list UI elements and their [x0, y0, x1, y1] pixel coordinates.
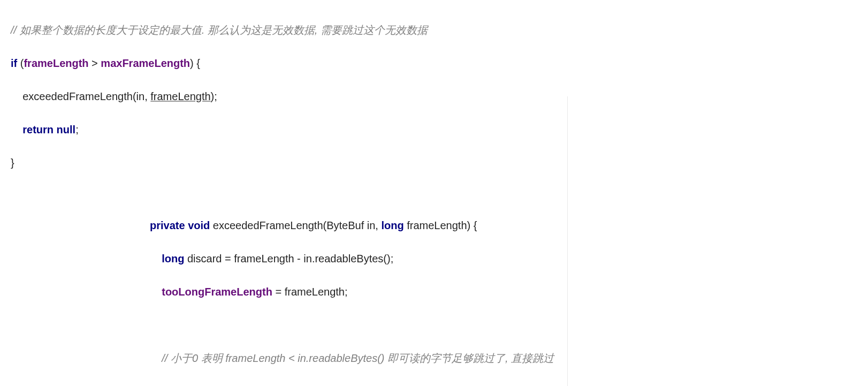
code-text: ;	[75, 124, 79, 135]
code-text: }	[11, 157, 14, 169]
code-text: frameLength) {	[404, 220, 477, 231]
keyword-if: if	[11, 57, 17, 69]
code-text: );	[211, 90, 217, 102]
code-text: (	[17, 57, 24, 69]
code-text: exceededFrameLength(in,	[11, 90, 150, 102]
code-text: >	[89, 57, 101, 69]
field-maxFrameLength: maxFrameLength	[101, 57, 190, 69]
comment-text: // 如果整个数据的长度大于设定的最大值. 那么认为这是无效数据, 需要跳过这个…	[11, 24, 428, 36]
blank-line	[150, 319, 153, 331]
code-block-1: // 如果整个数据的长度大于设定的最大值. 那么认为这是无效数据, 需要跳过这个…	[11, 5, 857, 188]
code-text: ) {	[190, 57, 200, 69]
field-tooLongFrameLength: tooLongFrameLength	[150, 286, 272, 298]
method-name: exceededFrameLength(ByteBuf in,	[210, 220, 381, 231]
keyword-private-void: private void	[150, 220, 210, 231]
keyword-return-null: return null	[11, 124, 75, 135]
underlined-arg: frameLength	[150, 90, 210, 102]
keyword-long: long	[150, 253, 184, 264]
code-text: discard = frameLength - in.readableBytes…	[184, 253, 393, 264]
code-text: = frameLength;	[272, 286, 348, 298]
comment-text: // 小于0 表明 frameLength < in.readableBytes…	[150, 352, 554, 364]
code-block-2: private void exceededFrameLength(ByteBuf…	[150, 201, 857, 386]
field-frameLength: frameLength	[24, 57, 88, 69]
keyword-long: long	[381, 220, 403, 231]
